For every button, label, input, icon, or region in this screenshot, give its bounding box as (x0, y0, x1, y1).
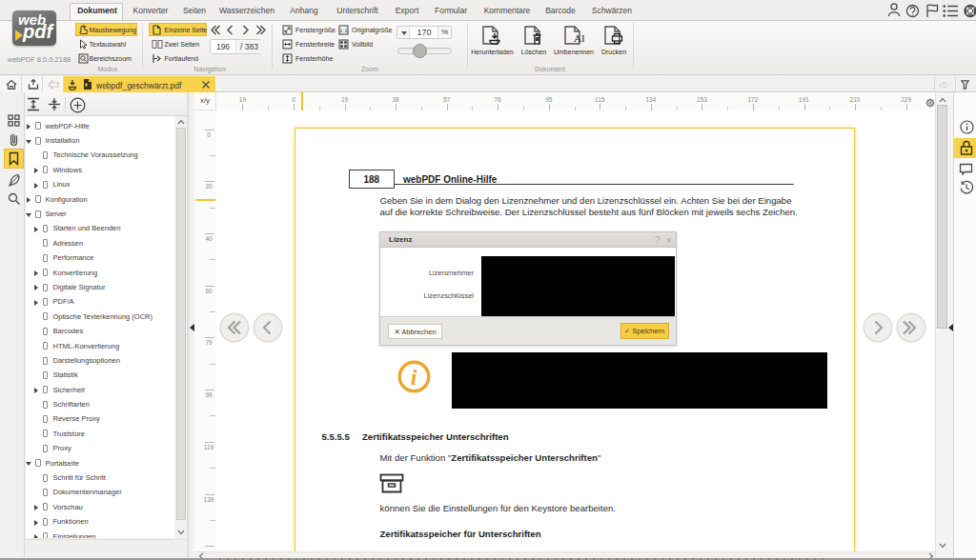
svg-text:AI: AI (574, 32, 584, 44)
svg-text:1:1: 1:1 (339, 28, 348, 33)
svg-text:i: i (411, 365, 417, 390)
